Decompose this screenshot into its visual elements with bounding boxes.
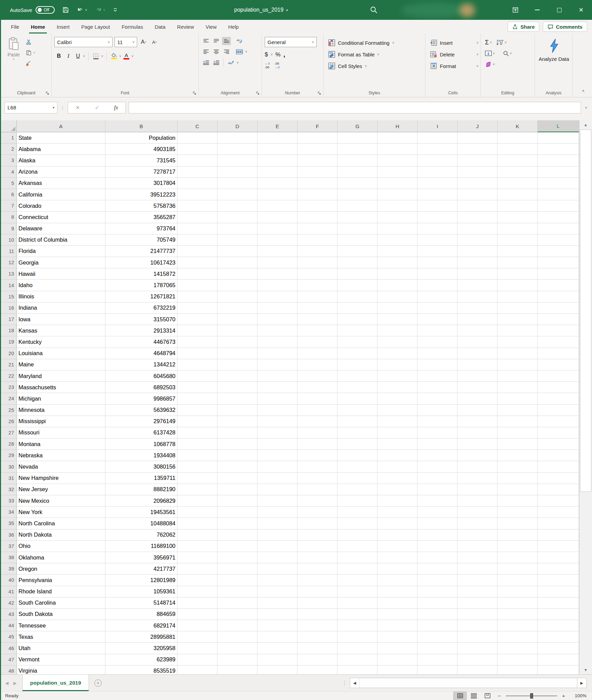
- cell-d3[interactable]: [218, 155, 258, 166]
- cell-l34[interactable]: [538, 507, 579, 518]
- cell-e41[interactable]: [258, 586, 298, 597]
- search-button[interactable]: [370, 6, 378, 14]
- row-number-25[interactable]: 25: [1, 405, 17, 416]
- row-number-29[interactable]: 29: [1, 450, 17, 461]
- cell-i15[interactable]: [418, 291, 458, 302]
- borders-button[interactable]: [92, 51, 101, 61]
- cell-j17[interactable]: [458, 314, 498, 325]
- column-header-k[interactable]: K: [498, 120, 538, 132]
- scroll-up-icon[interactable]: ▲: [579, 120, 592, 129]
- cell-b1[interactable]: Population: [105, 132, 177, 144]
- font-color-button[interactable]: A: [122, 51, 131, 61]
- cell-d40[interactable]: [218, 575, 258, 586]
- cell-d10[interactable]: [218, 234, 258, 246]
- scroll-left-icon[interactable]: ◀: [350, 678, 359, 688]
- column-header-a[interactable]: A: [17, 120, 105, 132]
- cell-e1[interactable]: [258, 132, 298, 144]
- cell-f23[interactable]: [298, 382, 338, 393]
- row-number-41[interactable]: 41: [1, 586, 17, 597]
- cell-b4[interactable]: 7278717: [105, 166, 177, 178]
- align-center-button[interactable]: [212, 48, 221, 56]
- cell-c38[interactable]: [177, 552, 218, 563]
- cell-i2[interactable]: [418, 144, 458, 155]
- cell-a26[interactable]: Mississippi: [17, 416, 105, 427]
- row-number-7[interactable]: 7: [1, 200, 17, 212]
- zoom-out-button[interactable]: −: [494, 693, 504, 699]
- increase-font-size-button[interactable]: A˄: [139, 37, 148, 47]
- cell-k2[interactable]: [498, 144, 538, 155]
- cell-l26[interactable]: [538, 416, 579, 427]
- cell-g5[interactable]: [338, 178, 378, 189]
- cell-i37[interactable]: [418, 541, 458, 552]
- cell-h20[interactable]: [378, 348, 418, 359]
- cell-g11[interactable]: [338, 246, 378, 257]
- cell-g37[interactable]: [338, 541, 378, 552]
- cell-j36[interactable]: [458, 529, 498, 541]
- cell-b14[interactable]: 1787065: [105, 280, 177, 291]
- row-number-35[interactable]: 35: [1, 518, 17, 529]
- name-box[interactable]: L68 ▾: [4, 102, 57, 113]
- cell-g45[interactable]: [338, 631, 378, 643]
- cell-e45[interactable]: [258, 631, 298, 643]
- cell-c1[interactable]: [177, 132, 218, 144]
- cell-l39[interactable]: [538, 563, 579, 575]
- cell-c8[interactable]: [177, 212, 218, 223]
- cell-k16[interactable]: [498, 302, 538, 314]
- cell-d39[interactable]: [218, 563, 258, 575]
- column-header-j[interactable]: J: [458, 120, 498, 132]
- cell-k47[interactable]: [498, 654, 538, 665]
- cell-d47[interactable]: [218, 654, 258, 665]
- cell-g33[interactable]: [338, 495, 378, 507]
- cell-e22[interactable]: [258, 371, 298, 382]
- cell-a27[interactable]: Missouri: [17, 427, 105, 439]
- cell-k48[interactable]: [498, 665, 538, 674]
- cell-a33[interactable]: New Mexico: [17, 495, 105, 507]
- cell-j20[interactable]: [458, 348, 498, 359]
- cell-j33[interactable]: [458, 495, 498, 507]
- cell-l44[interactable]: [538, 620, 579, 631]
- cell-g6[interactable]: [338, 189, 378, 200]
- cell-f5[interactable]: [298, 178, 338, 189]
- cell-i21[interactable]: [418, 359, 458, 371]
- cell-e3[interactable]: [258, 155, 298, 166]
- cell-e5[interactable]: [258, 178, 298, 189]
- underline-button[interactable]: U: [74, 51, 82, 61]
- orientation-dropdown-icon[interactable]: ˅: [237, 61, 239, 65]
- cell-h18[interactable]: [378, 325, 418, 336]
- cell-k42[interactable]: [498, 597, 538, 609]
- cell-k7[interactable]: [498, 200, 538, 212]
- font-name-select[interactable]: Calibri ˅: [54, 37, 113, 47]
- cell-a10[interactable]: District of Columbia: [17, 234, 105, 246]
- cell-h15[interactable]: [378, 291, 418, 302]
- cell-a37[interactable]: Ohio: [17, 541, 105, 552]
- cell-b13[interactable]: 1415872: [105, 268, 177, 280]
- cell-b46[interactable]: 3205958: [105, 643, 177, 654]
- cell-j14[interactable]: [458, 280, 498, 291]
- cell-j38[interactable]: [458, 552, 498, 563]
- row-number-4[interactable]: 4: [1, 166, 17, 178]
- cell-a2[interactable]: Alabama: [17, 144, 105, 155]
- row-number-17[interactable]: 17: [1, 314, 17, 325]
- cell-e10[interactable]: [258, 234, 298, 246]
- cell-j27[interactable]: [458, 427, 498, 439]
- cell-f41[interactable]: [298, 586, 338, 597]
- cell-k45[interactable]: [498, 631, 538, 643]
- page-break-preview-button[interactable]: [481, 691, 494, 700]
- cell-d31[interactable]: [218, 473, 258, 484]
- cell-j40[interactable]: [458, 575, 498, 586]
- cell-k39[interactable]: [498, 563, 538, 575]
- cell-b23[interactable]: 6892503: [105, 382, 177, 393]
- cell-g42[interactable]: [338, 597, 378, 609]
- cell-e39[interactable]: [258, 563, 298, 575]
- cell-h11[interactable]: [378, 246, 418, 257]
- cell-l24[interactable]: [538, 393, 579, 404]
- cell-a24[interactable]: Michigan: [17, 393, 105, 404]
- row-number-36[interactable]: 36: [1, 529, 17, 541]
- cell-l32[interactable]: [538, 484, 579, 495]
- zoom-slider-thumb[interactable]: [530, 693, 533, 699]
- autosum-button[interactable]: Σ ˅: [485, 39, 492, 46]
- column-header-h[interactable]: H: [378, 120, 418, 132]
- tab-view[interactable]: View: [200, 20, 222, 33]
- formula-bar-splitter[interactable]: ⋮: [60, 105, 65, 110]
- cell-j25[interactable]: [458, 405, 498, 416]
